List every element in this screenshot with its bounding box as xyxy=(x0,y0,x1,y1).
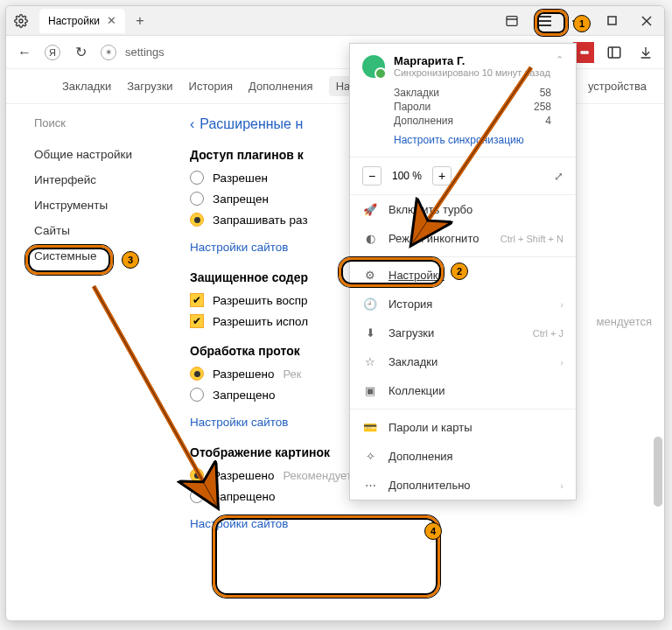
checkbox-icon: ✔ xyxy=(190,314,204,328)
puzzle-icon: ✧ xyxy=(362,450,378,463)
menu-turbo[interactable]: 🚀Включить турбо xyxy=(350,195,576,224)
menu-history[interactable]: 🕘История› xyxy=(350,290,576,318)
zoom-value: 100 % xyxy=(387,170,427,182)
clock-icon: 🕘 xyxy=(362,298,378,311)
reload-button[interactable]: ↻ xyxy=(69,41,92,64)
nav-history[interactable]: История xyxy=(189,80,233,93)
sidebar-item-general[interactable]: Общие настройки xyxy=(24,142,181,167)
sidebar-item-sites[interactable]: Сайты xyxy=(24,218,181,243)
address-text: settings xyxy=(125,46,164,59)
zoom-in-button[interactable]: + xyxy=(432,166,452,186)
collection-icon: ▣ xyxy=(362,384,378,397)
svg-point-0 xyxy=(19,19,23,23)
main-menu-button[interactable] xyxy=(529,9,559,33)
star-icon: ☆ xyxy=(362,355,378,368)
configure-sync-link[interactable]: Настроить синхронизацию xyxy=(394,134,524,146)
nav-addons[interactable]: Дополнения xyxy=(248,80,313,93)
download-icon: ⬇ xyxy=(362,326,378,340)
radio-icon xyxy=(190,388,204,402)
settings-sidebar: Поиск Общие настройки Интерфейс Инструме… xyxy=(6,104,181,620)
menu-collections[interactable]: ▣Коллекции xyxy=(350,376,576,405)
tab-settings[interactable]: Настройки ✕ xyxy=(39,9,125,33)
fullscreen-icon[interactable]: ⤢ xyxy=(554,170,564,183)
maximize-button[interactable] xyxy=(594,6,629,36)
sidebar-search[interactable]: Поиск xyxy=(24,116,181,130)
card-icon: 💳 xyxy=(362,421,378,434)
user-sync-status: Синхронизировано 10 минут назад xyxy=(394,67,550,78)
nav-bookmarks[interactable]: Закладки xyxy=(62,80,111,93)
rocket-icon: 🚀 xyxy=(362,203,378,216)
downloads-icon[interactable] xyxy=(634,41,657,64)
sidebar-toggle-icon[interactable] xyxy=(603,41,626,64)
sidebar-item-tools[interactable]: Инструменты xyxy=(24,192,181,218)
chevron-left-icon: ‹ xyxy=(190,116,194,132)
annotation-badge-3: 3 xyxy=(122,251,139,269)
chevron-right-icon: › xyxy=(560,480,564,491)
checkbox-icon: ✔ xyxy=(190,293,204,307)
sidebar-item-interface[interactable]: Интерфейс xyxy=(24,167,181,192)
incognito-icon: ◐ xyxy=(362,232,378,245)
zoom-controls: − 100 % + ⤢ xyxy=(350,158,576,195)
nav-devices[interactable]: устройства xyxy=(588,80,664,93)
app-gear-icon[interactable] xyxy=(6,6,36,36)
chevron-up-icon[interactable]: ⌃ xyxy=(556,54,564,66)
tab-title: Настройки xyxy=(48,15,100,27)
browser-window: Настройки ✕ + ← Я ↻ ✶ settings Настройки… xyxy=(5,5,665,621)
avatar xyxy=(362,55,385,78)
back-button[interactable]: ← xyxy=(13,41,36,64)
chevron-right-icon: › xyxy=(560,357,564,368)
radio-icon xyxy=(190,192,204,206)
separator xyxy=(350,409,576,410)
sync-stats: Закладки58 Пароли258 Дополнения4 xyxy=(394,87,564,127)
more-icon: ⋯ xyxy=(362,479,378,492)
scrollbar-thumb[interactable] xyxy=(654,437,662,507)
separator xyxy=(350,256,576,257)
yandex-home-icon[interactable]: Я xyxy=(45,45,60,60)
menu-incognito[interactable]: ◐Режим инкогнитоCtrl + Shift + N xyxy=(350,224,576,253)
radio-icon xyxy=(190,489,204,503)
nav-downloads[interactable]: Загрузки xyxy=(127,80,172,93)
site-settings-link-3[interactable]: Настройки сайтов xyxy=(190,517,288,530)
zoom-out-button[interactable]: − xyxy=(362,166,382,186)
site-settings-link-2[interactable]: Настройки сайтов xyxy=(190,416,288,429)
chevron-right-icon: › xyxy=(560,299,564,310)
menu-more[interactable]: ⋯Дополнительно› xyxy=(350,471,576,500)
sidebar-item-system[interactable]: Системные xyxy=(24,243,181,269)
close-tab-icon[interactable]: ✕ xyxy=(107,14,116,27)
menu-downloads[interactable]: ⬇ЗагрузкиCtrl + J xyxy=(350,318,576,347)
radio-icon xyxy=(190,171,204,185)
radio-icon xyxy=(190,213,204,227)
site-settings-link-1[interactable]: Настройки сайтов xyxy=(190,241,288,254)
panel-icon[interactable] xyxy=(494,6,529,36)
svg-rect-10 xyxy=(608,47,620,58)
menu-user-section[interactable]: Маргарита Г. Синхронизировано 10 минут н… xyxy=(350,44,576,158)
site-icon: ✶ xyxy=(101,45,116,60)
menu-bookmarks[interactable]: ☆Закладки› xyxy=(350,347,576,376)
menu-addons[interactable]: ✧Дополнения xyxy=(350,442,576,471)
annotation-badge-1: 1 xyxy=(573,15,591,32)
user-name: Маргарита Г. xyxy=(394,54,550,67)
svg-rect-1 xyxy=(507,16,517,25)
annotation-badge-4: 4 xyxy=(424,522,442,540)
svg-rect-7 xyxy=(608,17,616,24)
radio-icon xyxy=(190,367,204,381)
annotation-badge-2: 2 xyxy=(451,262,468,280)
tab-bar: Настройки ✕ + xyxy=(6,6,664,36)
menu-passwords[interactable]: 💳Пароли и карты xyxy=(350,413,576,442)
close-window-button[interactable] xyxy=(629,6,664,36)
gear-icon: ⚙ xyxy=(362,269,378,282)
new-tab-button[interactable]: + xyxy=(129,10,151,32)
radio-icon xyxy=(190,468,204,482)
